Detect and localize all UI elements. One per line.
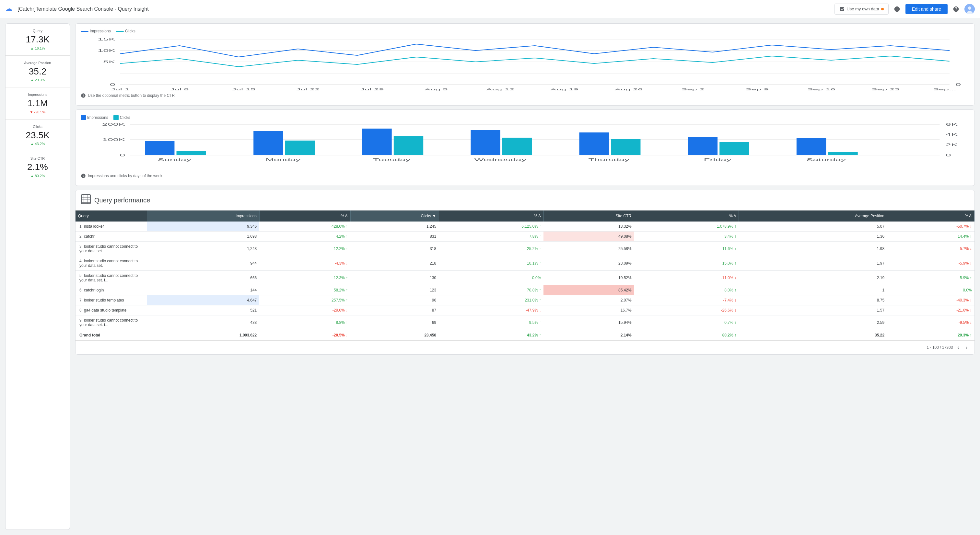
grand-total-pos-delta: 29.3% ↑ bbox=[887, 330, 974, 340]
prev-page-button[interactable]: ‹ bbox=[955, 343, 961, 352]
table-row: 2.catchr 1,693 4.2% ↑ 831 7.8% ↑ 49.08% … bbox=[75, 232, 975, 241]
col-site-ctr[interactable]: Site CTR bbox=[544, 211, 634, 222]
cell-avg-pos: 2.19 bbox=[739, 271, 887, 285]
row-num: 4. bbox=[80, 259, 83, 263]
col-avg-position[interactable]: Average Position bbox=[739, 211, 887, 222]
cell-imp-delta: 4.2% ↑ bbox=[259, 232, 350, 241]
grand-total-impressions: 1,093,622 bbox=[147, 330, 259, 340]
svg-text:Aug 12: Aug 12 bbox=[486, 88, 514, 91]
metric-avgpos-value: 35.2 bbox=[11, 66, 65, 77]
cell-impressions: 944 bbox=[147, 256, 259, 271]
cell-clicks: 318 bbox=[350, 241, 439, 256]
table-row: 5.looker studio cannot connect to your d… bbox=[75, 271, 975, 285]
cell-pos-delta: -5.9% ↓ bbox=[887, 256, 974, 271]
cell-pos-delta: -40.3% ↓ bbox=[887, 295, 974, 305]
svg-text:Monday: Monday bbox=[266, 158, 301, 162]
pagination-row: 1 - 100 / 17303 ‹ › bbox=[75, 340, 975, 354]
next-page-button[interactable]: › bbox=[964, 343, 969, 352]
metric-ctr-label: Site CTR bbox=[11, 156, 65, 160]
table-row: 4.looker studio cannot connect to your d… bbox=[75, 256, 975, 271]
line-chart-info-text: Use the optionnal metric button to displ… bbox=[88, 93, 175, 98]
cell-click-delta: -47.9% ↓ bbox=[439, 305, 544, 316]
line-chart-svg: 15K 10K 5K 0 0 Jul 1 Jul 8 Jul 15 Jul 22… bbox=[81, 36, 969, 91]
svg-text:0: 0 bbox=[955, 83, 961, 86]
info-icon bbox=[894, 6, 900, 12]
svg-rect-43 bbox=[471, 130, 500, 155]
cell-site-ctr: 19.52% bbox=[544, 271, 634, 285]
svg-rect-47 bbox=[688, 137, 718, 155]
cell-clicks: 69 bbox=[350, 316, 439, 330]
cell-site-ctr: 13.32% bbox=[544, 222, 634, 232]
metric-avgpos-change: 29.3% bbox=[11, 78, 65, 82]
table-header-row: Query performance bbox=[75, 190, 975, 211]
table-row: 3.looker studio cannot connect to your d… bbox=[75, 241, 975, 256]
svg-text:6K: 6K bbox=[946, 123, 958, 126]
svg-text:Sep 23: Sep 23 bbox=[872, 88, 900, 91]
bar-legend-clicks-dot bbox=[113, 115, 119, 120]
svg-rect-42 bbox=[394, 137, 423, 155]
cell-click-delta: 7.8% ↑ bbox=[439, 232, 544, 241]
bar-legend-imp-label: Impressions bbox=[87, 115, 108, 120]
cell-click-delta: 0.0% bbox=[439, 271, 544, 285]
svg-point-1 bbox=[968, 6, 971, 10]
svg-rect-50 bbox=[828, 152, 858, 155]
row-num: 2. bbox=[80, 234, 83, 239]
cell-imp-delta: 12.3% ↑ bbox=[259, 271, 350, 285]
cell-site-ctr: 49.08% bbox=[544, 232, 634, 241]
cell-impressions: 4,647 bbox=[147, 295, 259, 305]
col-query[interactable]: Query bbox=[75, 211, 147, 222]
edit-share-button[interactable]: Edit and share bbox=[905, 4, 948, 14]
cell-avg-pos: 1 bbox=[739, 285, 887, 295]
col-imp-delta[interactable]: % Δ bbox=[259, 211, 350, 222]
svg-rect-46 bbox=[611, 139, 640, 155]
col-click-delta[interactable]: % Δ bbox=[439, 211, 544, 222]
metric-ctr-change: 80.2% bbox=[11, 174, 65, 178]
cell-query: 7.looker studio templates bbox=[75, 295, 147, 305]
svg-text:Sep 16: Sep 16 bbox=[807, 88, 835, 91]
cell-pos-delta: -9.5% ↓ bbox=[887, 316, 974, 330]
grand-total-clicks: 23,458 bbox=[350, 330, 439, 340]
svg-text:10K: 10K bbox=[97, 49, 115, 52]
svg-rect-40 bbox=[285, 141, 315, 155]
cell-site-ctr: 23.09% bbox=[544, 256, 634, 271]
cell-avg-pos: 1.36 bbox=[739, 232, 887, 241]
svg-text:Aug 19: Aug 19 bbox=[550, 88, 579, 91]
grand-total-row: Grand total 1,093,622 -20.5% ↓ 23,458 43… bbox=[75, 330, 975, 340]
help-button[interactable] bbox=[951, 4, 961, 14]
cell-imp-delta: 428.0% ↑ bbox=[259, 222, 350, 232]
col-pos-delta[interactable]: % Δ bbox=[887, 211, 974, 222]
col-ctr-delta[interactable]: % Δ bbox=[634, 211, 739, 222]
cell-clicks: 87 bbox=[350, 305, 439, 316]
cell-impressions: 666 bbox=[147, 271, 259, 285]
bar-legend-clicks-label: Clicks bbox=[120, 115, 130, 120]
bar-legend-clicks: Clicks bbox=[113, 115, 130, 120]
svg-text:Sep...: Sep... bbox=[933, 88, 956, 91]
info-button[interactable] bbox=[892, 4, 902, 14]
cell-clicks: 1,245 bbox=[350, 222, 439, 232]
cell-clicks: 123 bbox=[350, 285, 439, 295]
svg-text:100K: 100K bbox=[102, 138, 125, 141]
svg-rect-45 bbox=[579, 132, 609, 155]
cell-impressions: 9,346 bbox=[147, 222, 259, 232]
cell-clicks: 130 bbox=[350, 271, 439, 285]
cell-clicks: 218 bbox=[350, 256, 439, 271]
line-chart-info: Use the optionnal metric button to displ… bbox=[81, 91, 969, 100]
metric-query-label: Query bbox=[11, 29, 65, 33]
cell-pos-delta: 5.9% ↑ bbox=[887, 271, 974, 285]
use-my-data-button[interactable]: Use my own data bbox=[835, 3, 888, 14]
legend-impressions-dot bbox=[81, 31, 89, 32]
col-impressions[interactable]: Impressions bbox=[147, 211, 259, 222]
cell-click-delta: 9.5% ↑ bbox=[439, 316, 544, 330]
table-header: Query Impressions % Δ Clicks ▼ % Δ Site … bbox=[75, 211, 975, 222]
col-clicks[interactable]: Clicks ▼ bbox=[350, 211, 439, 222]
cell-imp-delta: 8.8% ↑ bbox=[259, 316, 350, 330]
data-icon bbox=[839, 6, 845, 12]
metric-site-ctr: Site CTR 2.1% 80.2% bbox=[5, 151, 70, 183]
svg-rect-38 bbox=[177, 151, 206, 155]
legend-clicks-dot bbox=[116, 31, 124, 32]
table-title: Query performance bbox=[94, 197, 150, 204]
bar-chart-svg: 200K 100K 0 6K 4K 2K 0 bbox=[81, 123, 969, 171]
user-avatar[interactable] bbox=[964, 4, 975, 14]
bar-legend-impressions: Impressions bbox=[81, 115, 108, 120]
svg-text:Saturday: Saturday bbox=[806, 158, 846, 162]
